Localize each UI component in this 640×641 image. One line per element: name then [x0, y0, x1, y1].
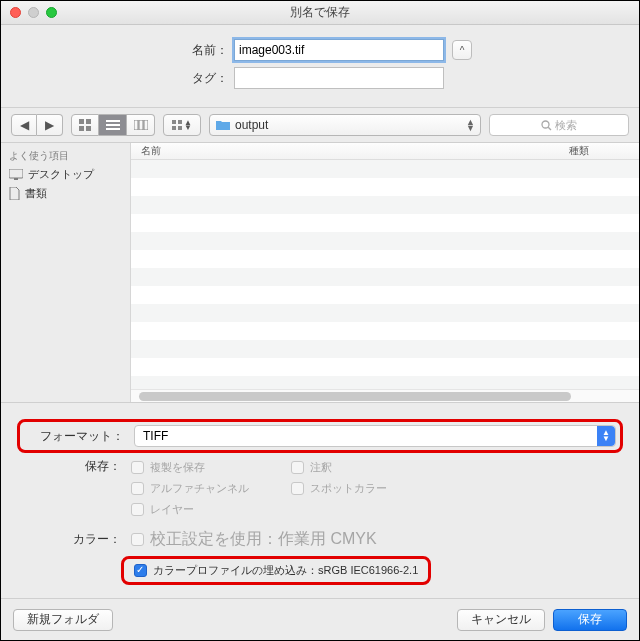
svg-rect-17	[14, 178, 18, 180]
svg-rect-2	[79, 126, 84, 131]
svg-rect-9	[144, 120, 148, 130]
save-as-dialog: 別名で保存 名前： ^ タグ： ◀ ▶	[0, 0, 640, 641]
embed-profile-checkbox[interactable]	[134, 564, 147, 577]
cancel-button[interactable]: キャンセル	[457, 609, 545, 631]
svg-rect-4	[106, 120, 120, 122]
back-button[interactable]: ◀	[11, 114, 37, 136]
svg-point-14	[542, 121, 549, 128]
filename-input[interactable]	[234, 39, 444, 61]
format-label: フォーマット：	[24, 428, 124, 445]
search-field[interactable]: 検索	[489, 114, 629, 136]
spot-color-checkbox: スポットカラー	[291, 481, 451, 496]
column-view-button[interactable]	[127, 114, 155, 136]
sidebar-item-desktop[interactable]: デスクトップ	[1, 165, 130, 184]
proof-setup-checkbox: 校正設定を使用：作業用 CMYK	[131, 529, 377, 550]
file-list: 名前 種類	[131, 143, 639, 402]
titlebar: 別名で保存	[1, 1, 639, 25]
svg-rect-8	[139, 120, 143, 130]
alpha-channel-checkbox: アルファチャンネル	[131, 481, 291, 496]
list-view-button[interactable]	[99, 114, 127, 136]
desktop-icon	[9, 169, 23, 180]
tags-input[interactable]	[234, 67, 444, 89]
svg-rect-3	[86, 126, 91, 131]
svg-rect-12	[172, 126, 176, 130]
view-switcher	[71, 114, 155, 136]
icon-view-button[interactable]	[71, 114, 99, 136]
svg-rect-7	[134, 120, 138, 130]
save-label: 保存：	[21, 458, 121, 475]
location-popup[interactable]: output ▲▼	[209, 114, 481, 136]
format-select[interactable]: TIFF ▲▼	[134, 425, 616, 447]
file-rows[interactable]	[131, 160, 639, 389]
nav-buttons: ◀ ▶	[11, 114, 63, 136]
save-copy-checkbox: 複製を保存	[131, 460, 291, 475]
options-panel: フォーマット： TIFF ▲▼ 保存： 複製を保存 注釈 アルファチャンネル ス…	[1, 403, 639, 598]
sidebar-item-documents[interactable]: 書類	[1, 184, 130, 203]
tags-label: タグ：	[168, 70, 228, 87]
folder-icon	[216, 119, 230, 131]
svg-line-15	[548, 127, 551, 130]
svg-rect-5	[106, 124, 120, 126]
horizontal-scrollbar[interactable]	[131, 389, 639, 402]
column-name[interactable]: 名前	[131, 144, 569, 158]
color-label: カラー：	[21, 531, 121, 548]
dropdown-arrows-icon: ▲▼	[597, 426, 615, 446]
embed-profile-label: カラープロファイルの埋め込み：sRGB IEC61966-2.1	[153, 563, 418, 578]
group-by-button[interactable]: ▲▼	[163, 114, 201, 136]
name-label: 名前：	[168, 42, 228, 59]
annotation-checkbox: 注釈	[291, 460, 451, 475]
svg-rect-11	[178, 120, 182, 124]
svg-rect-1	[86, 119, 91, 124]
sidebar: よく使う項目 デスクトップ 書類	[1, 143, 131, 402]
location-name: output	[235, 118, 268, 132]
svg-rect-13	[178, 126, 182, 130]
column-kind[interactable]: 種類	[569, 144, 639, 158]
search-icon	[541, 120, 552, 131]
collapse-button[interactable]: ^	[452, 40, 472, 60]
save-button[interactable]: 保存	[553, 609, 627, 631]
bottom-bar: 新規フォルダ キャンセル 保存	[1, 598, 639, 640]
document-icon	[9, 187, 20, 200]
new-folder-button[interactable]: 新規フォルダ	[13, 609, 113, 631]
forward-button[interactable]: ▶	[37, 114, 63, 136]
svg-rect-10	[172, 120, 176, 124]
favorites-header: よく使う項目	[1, 147, 130, 165]
svg-rect-6	[106, 128, 120, 130]
svg-rect-16	[9, 169, 23, 178]
window-title: 別名で保存	[1, 4, 639, 21]
browser-toolbar: ◀ ▶ ▲▼ output ▲▼ 検索	[1, 107, 639, 143]
layers-checkbox: レイヤー	[131, 502, 291, 517]
svg-rect-0	[79, 119, 84, 124]
